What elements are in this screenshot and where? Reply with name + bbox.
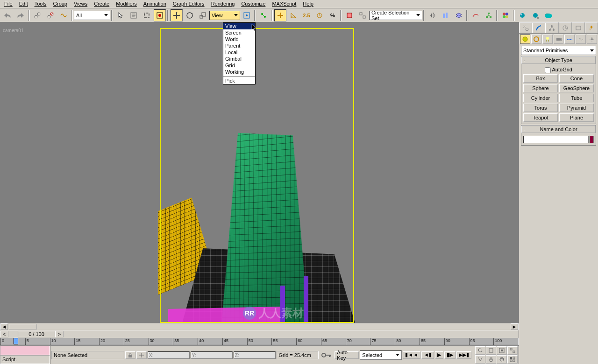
shapes-subtab[interactable]: [531, 35, 541, 44]
reference-coord-dropdown[interactable]: View: [209, 11, 240, 20]
named-selection-dropdown[interactable]: Create Selection Set: [369, 11, 422, 20]
window-crossing-button[interactable]: [154, 9, 166, 21]
keymode-dropdown[interactable]: Selected: [360, 350, 402, 360]
object-color-swatch[interactable]: [590, 136, 594, 143]
select-scale-button[interactable]: [197, 9, 209, 21]
material-editor-button[interactable]: [499, 9, 512, 21]
scroll-right-button[interactable]: ►: [511, 323, 518, 330]
tube-button[interactable]: Tube: [559, 94, 594, 102]
torus-button[interactable]: Torus: [523, 104, 558, 112]
refcoord-world[interactable]: World: [223, 36, 255, 42]
named-sel-icon[interactable]: [356, 9, 369, 21]
refcoord-screen[interactable]: Screen: [223, 29, 255, 36]
rect-select-region-button[interactable]: [141, 9, 153, 21]
zoom-extents-all-button[interactable]: [507, 346, 518, 355]
mirror-button[interactable]: [427, 9, 439, 21]
time-slider[interactable]: < 0 / 100 >: [0, 330, 519, 338]
menu-file[interactable]: File: [1, 0, 16, 8]
bind-spacewarp-button[interactable]: [57, 9, 70, 21]
motion-tab[interactable]: [559, 22, 572, 33]
snap-toggle-button[interactable]: [274, 9, 286, 21]
zoom-extents-button[interactable]: [497, 346, 507, 355]
link-button[interactable]: [31, 9, 43, 21]
menu-rendering[interactable]: Rendering: [208, 0, 238, 8]
menu-tools[interactable]: Tools: [31, 0, 50, 8]
selection-filter-dropdown[interactable]: All: [74, 11, 110, 20]
prev-frame-button[interactable]: ◄▮: [421, 351, 434, 359]
cameras-subtab[interactable]: [554, 35, 564, 44]
viewport-h-scrollbar[interactable]: ◄ ►: [0, 323, 519, 330]
quick-render-button[interactable]: [542, 9, 555, 21]
refcoord-pick[interactable]: Pick: [223, 77, 255, 84]
layer-manager-button[interactable]: [453, 9, 465, 21]
arc-rotate-button[interactable]: [497, 355, 507, 364]
zoom-all-button[interactable]: [486, 346, 496, 355]
fov-button[interactable]: [475, 355, 485, 364]
timeslider-handle[interactable]: 0 / 100: [18, 331, 55, 337]
pyramid-button[interactable]: Pyramid: [559, 104, 594, 112]
percent-snap-button[interactable]: 2.5: [300, 9, 313, 21]
pan-button[interactable]: [486, 355, 496, 364]
timeslider-next[interactable]: >: [55, 331, 64, 337]
maxscript-mini-listener[interactable]: [0, 346, 50, 355]
hierarchy-tab[interactable]: [545, 22, 558, 33]
primitive-category-dropdown[interactable]: Standard Primitives: [521, 46, 596, 55]
y-coord-field[interactable]: Y:: [191, 351, 233, 359]
menu-edit[interactable]: Edit: [16, 0, 31, 8]
render-setup-button[interactable]: [516, 9, 528, 21]
menu-grapheditors[interactable]: Graph Editors: [170, 0, 208, 8]
teapot-button[interactable]: Teapot: [523, 113, 558, 122]
edit-named-sel-button[interactable]: [343, 9, 356, 21]
select-move-button[interactable]: [171, 9, 183, 21]
sphere-button[interactable]: Sphere: [523, 84, 558, 92]
scroll-thumb[interactable]: [9, 324, 37, 329]
zoom-button[interactable]: [475, 346, 485, 355]
menu-group[interactable]: Group: [50, 0, 71, 8]
angle-snap-button[interactable]: [287, 9, 299, 21]
refcoord-view[interactable]: View: [223, 23, 255, 29]
menu-maxscript[interactable]: MAXScript: [269, 0, 299, 8]
autokey-button[interactable]: Auto Key: [335, 351, 359, 359]
refcoord-local[interactable]: Local: [223, 49, 255, 56]
timeslider-prev[interactable]: <: [0, 331, 8, 337]
pivot-center-button[interactable]: [241, 9, 253, 21]
scroll-left-button[interactable]: ◄: [0, 323, 8, 330]
refcoord-gimbal[interactable]: Gimbal: [223, 56, 255, 62]
goto-start-button[interactable]: ▮◄◄: [403, 351, 420, 359]
select-object-button[interactable]: [114, 9, 127, 21]
modify-tab[interactable]: [532, 22, 545, 33]
menu-animation[interactable]: Animation: [140, 0, 170, 8]
select-by-name-button[interactable]: [128, 9, 140, 21]
menu-create[interactable]: Create: [91, 0, 113, 8]
geometry-subtab[interactable]: [520, 35, 530, 44]
spinner-snap-button[interactable]: [313, 9, 326, 21]
x-coord-field[interactable]: X:: [148, 351, 190, 359]
unlink-button[interactable]: [44, 9, 57, 21]
object-type-header[interactable]: -Object Type: [521, 56, 596, 64]
object-name-input[interactable]: [523, 136, 589, 143]
box-button[interactable]: Box: [523, 74, 558, 83]
utilities-tab[interactable]: [585, 22, 598, 33]
menu-customize[interactable]: Customize: [238, 0, 269, 8]
script-input[interactable]: Script.: [0, 355, 50, 364]
align-button[interactable]: [440, 9, 452, 21]
min-max-toggle-button[interactable]: [507, 355, 518, 364]
display-tab[interactable]: [572, 22, 585, 33]
render-frame-button[interactable]: [529, 9, 541, 21]
abs-rel-toggle[interactable]: [136, 351, 147, 359]
spacewarps-subtab[interactable]: [576, 35, 586, 44]
menu-modifiers[interactable]: Modifiers: [113, 0, 140, 8]
name-color-header[interactable]: -Name and Color: [521, 126, 596, 133]
plane-button[interactable]: Plane: [559, 113, 594, 122]
menu-views[interactable]: Views: [71, 0, 91, 8]
manipulate-button[interactable]: [257, 9, 270, 21]
next-frame-button[interactable]: ▮▶: [444, 351, 456, 359]
play-button[interactable]: ▶: [435, 351, 443, 359]
curve-editor-button[interactable]: [470, 9, 482, 21]
timeline-ruler[interactable]: 0 5 10 15 20 25 30 35 40 45 50 55 60 65 …: [0, 338, 519, 345]
goto-end-button[interactable]: ▶▶▮: [456, 351, 471, 359]
menu-help[interactable]: Help: [299, 0, 317, 8]
refcoord-working[interactable]: Working: [223, 69, 255, 75]
lights-subtab[interactable]: [542, 35, 553, 44]
percent-icon[interactable]: %: [327, 9, 339, 21]
